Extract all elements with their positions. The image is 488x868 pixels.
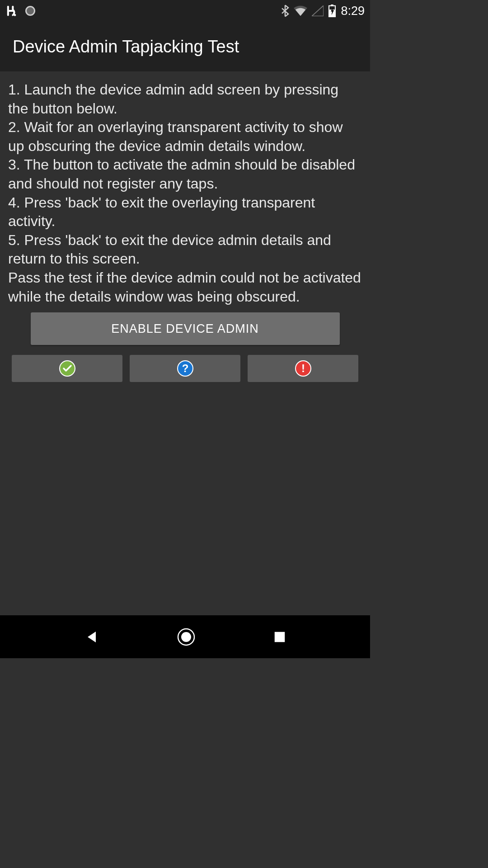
pass-button[interactable] [12,355,122,382]
svg-text:!: ! [301,362,305,374]
exclamation-icon: ! [295,360,312,377]
page-title: Device Admin Tapjacking Test [13,37,239,57]
status-left [5,5,35,17]
svg-point-10 [181,632,191,642]
info-button[interactable]: ? [130,355,240,382]
status-right: 8:29 [281,4,365,18]
project-fi-icon [5,5,18,17]
back-nav-icon[interactable] [84,629,100,645]
content-area: 1. Launch the device admin add screen by… [0,71,370,391]
recent-nav-icon[interactable] [273,630,286,644]
checkmark-icon [59,360,76,377]
app-bar: Device Admin Tapjacking Test [0,22,370,71]
fail-button[interactable]: ! [248,355,358,382]
wifi-icon [294,5,307,16]
home-nav-icon[interactable] [177,627,196,646]
navigation-bar [0,615,370,658]
status-time: 8:29 [341,4,365,18]
svg-text:?: ? [182,362,188,374]
bluetooth-icon [281,5,289,17]
svg-point-0 [14,14,16,16]
instructions-text: 1. Launch the device admin add screen by… [8,80,362,306]
question-icon: ? [177,360,194,377]
record-icon [25,6,35,16]
status-bar: 8:29 [0,0,370,22]
battery-charging-icon [328,5,336,17]
signal-icon [312,5,324,16]
enable-device-admin-button[interactable]: ENABLE DEVICE ADMIN [31,312,340,345]
result-button-row: ? ! [8,355,362,382]
svg-rect-11 [275,632,285,642]
